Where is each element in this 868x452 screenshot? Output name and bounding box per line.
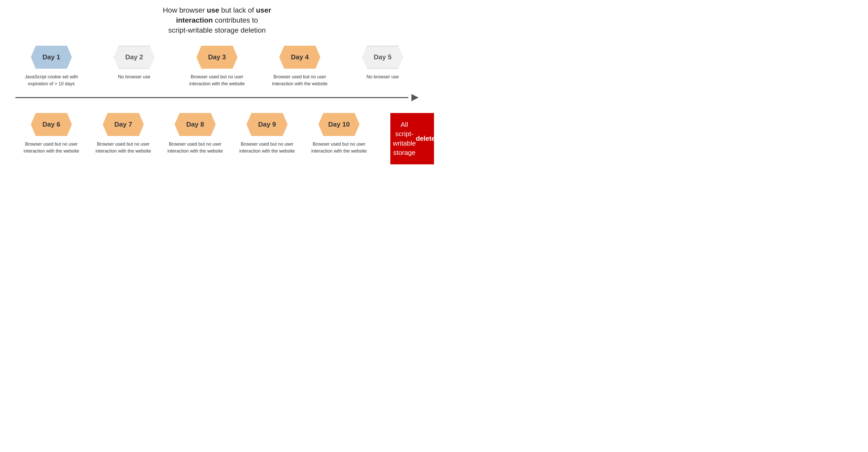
hexagon-day-9: Day 9 [247,113,288,136]
hexagon-wrap: Day 10 [318,113,360,136]
day-item: Day 4Browser used but no user interactio… [264,46,336,87]
page-title: How browser use but lack of userinteract… [10,5,424,35]
hexagon-day-8: Day 8 [175,113,216,136]
day-item: Day 1JavaScript cookie set with expirati… [16,46,87,87]
day-description: Browser used but no user interaction wit… [167,141,223,155]
hexagon-wrap: Day 3 [196,46,238,69]
timeline-arrow [10,92,424,103]
arrow-line [16,97,408,98]
hexagon-wrap: Day 1 [31,46,72,69]
hexagon-day-1: Day 1 [31,46,72,69]
deleted-box: All script-writable storage deleted [390,113,434,164]
day-description: Browser used but no user interaction wit… [311,141,367,155]
hexagon-wrap: Day 8 [175,113,216,136]
hexagon-wrap: Day 5 [362,46,403,69]
hexagon-wrap: Day 4 [279,46,320,69]
day-item: Day 2No browser use [98,46,170,80]
day-item: Day 5No browser use [347,46,418,80]
hexagon-wrap: Day 2 [114,46,155,69]
arrow-head [411,94,418,101]
day-item: Day 3Browser used but no user interactio… [181,46,253,87]
hexagon-day-6: Day 6 [31,113,72,136]
day-item: Day 8Browser used but no user interactio… [159,113,231,155]
day-item: Day 7Browser used but no user interactio… [87,113,159,155]
bottom-section: Day 6Browser used but no user interactio… [10,113,424,164]
days-row-1: Day 1JavaScript cookie set with expirati… [10,46,424,87]
hexagon-day-4: Day 4 [279,46,320,69]
day-item: Day 6Browser used but no user interactio… [16,113,87,155]
day-description: JavaScript cookie set with expiration of… [23,73,80,87]
hexagon-wrap: Day 6 [31,113,72,136]
hexagon-day-3: Day 3 [196,46,238,69]
day-item: Day 9Browser used but no user interactio… [231,113,303,155]
days-row-2: Day 6Browser used but no user interactio… [10,113,380,155]
day-description: No browser use [367,73,399,80]
hexagon-day-7: Day 7 [103,113,144,136]
hexagon-wrap: Day 7 [103,113,144,136]
timeline-row-1: Day 1JavaScript cookie set with expirati… [10,46,424,87]
day-description: Browser used but no user interaction wit… [95,141,152,155]
hexagon-day-5: Day 5 [362,46,403,69]
day-description: Browser used but no user interaction wit… [189,73,245,87]
hexagon-day-10: Day 10 [318,113,360,136]
hexagon-wrap: Day 9 [247,113,288,136]
day-description: No browser use [118,73,150,80]
day-description: Browser used but no user interaction wit… [23,141,80,155]
day-description: Browser used but no user interaction wit… [239,141,295,155]
hexagon-day-2: Day 2 [114,46,155,69]
day-description: Browser used but no user interaction wit… [272,73,328,87]
day-item: Day 10Browser used but no user interacti… [303,113,375,155]
